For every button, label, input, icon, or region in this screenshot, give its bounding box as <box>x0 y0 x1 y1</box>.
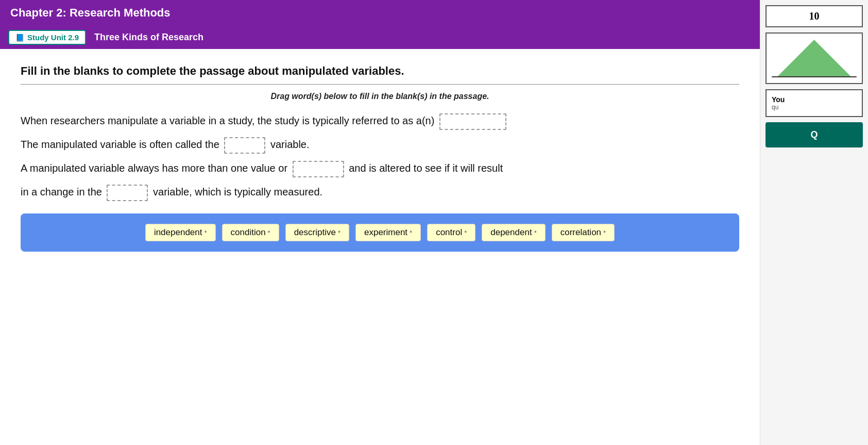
sidebar-you-subtext: qu <box>772 104 857 111</box>
sidebar-chart <box>765 32 863 84</box>
study-unit-badge-label: Study Unit 2.9 <box>27 33 79 42</box>
para3-mid: and is altered to see if it will result <box>349 162 503 174</box>
svg-marker-0 <box>777 40 852 77</box>
word-chip-correlation-label: correlation <box>560 227 601 238</box>
passage-paragraph-3: A manipulated variable always has more t… <box>21 159 739 177</box>
para1-text: When researchers manipulate a variable i… <box>21 115 434 126</box>
word-bank: independent* condition* descriptive* exp… <box>21 213 739 252</box>
word-chip-independent[interactable]: independent* <box>145 224 216 241</box>
word-chip-experiment-label: experiment <box>364 227 407 238</box>
divider <box>21 84 739 85</box>
word-chip-experiment[interactable]: experiment* <box>355 224 421 241</box>
book-icon: 📘 <box>15 34 24 42</box>
word-chip-condition[interactable]: condition* <box>222 224 279 241</box>
study-unit-badge: 📘 Study Unit 2.9 <box>8 30 86 45</box>
passage-paragraph-1: When researchers manipulate a variable i… <box>21 111 739 130</box>
para2-text: The manipulated variable is often called… <box>21 139 219 150</box>
drag-instruction: Drag word(s) below to fill in the blank(… <box>21 92 739 101</box>
word-chip-independent-label: independent <box>154 227 202 238</box>
para3-text: A manipulated variable always has more t… <box>21 162 287 174</box>
para4-text: in a change in the <box>21 186 102 197</box>
para2-end: variable. <box>270 139 310 150</box>
study-unit-subtitle: Three Kinds of Research <box>94 32 203 43</box>
word-chip-condition-label: condition <box>231 227 266 238</box>
main-content: Chapter 2: Research Methods 📘 Study Unit… <box>0 0 760 445</box>
content-area: Fill in the blanks to complete the passa… <box>0 49 760 445</box>
sidebar-you-box: You qu <box>765 89 863 117</box>
blank-1[interactable] <box>439 113 506 130</box>
sidebar-page-number: 10 <box>765 5 863 27</box>
blank-2[interactable] <box>224 137 265 154</box>
chapter-header: Chapter 2: Research Methods <box>0 0 760 26</box>
word-chip-control-label: control <box>436 227 462 238</box>
word-chip-descriptive-label: descriptive <box>294 227 336 238</box>
word-chip-descriptive[interactable]: descriptive* <box>285 224 349 241</box>
blank-3[interactable] <box>293 161 344 177</box>
blank-4[interactable] <box>107 185 148 201</box>
sidebar-you-label: You <box>772 95 857 104</box>
word-chip-correlation[interactable]: correlation* <box>552 224 615 241</box>
word-chip-dependent[interactable]: dependent* <box>482 224 545 241</box>
right-sidebar: 10 You qu Q <box>760 0 868 445</box>
sidebar-q-button[interactable]: Q <box>765 122 863 147</box>
word-chip-dependent-label: dependent <box>490 227 532 238</box>
passage-paragraph-2: The manipulated variable is often called… <box>21 135 739 154</box>
instruction-text: Fill in the blanks to complete the passa… <box>21 64 739 78</box>
chapter-title: Chapter 2: Research Methods <box>10 6 171 20</box>
study-unit-bar: 📘 Study Unit 2.9 Three Kinds of Research <box>0 26 760 49</box>
word-chip-control[interactable]: control* <box>427 224 475 241</box>
para4-end: variable, which is typically measured. <box>153 186 322 197</box>
sidebar-q-label: Q <box>810 129 818 140</box>
passage-paragraph-4: in a change in the variable, which is ty… <box>21 183 739 201</box>
